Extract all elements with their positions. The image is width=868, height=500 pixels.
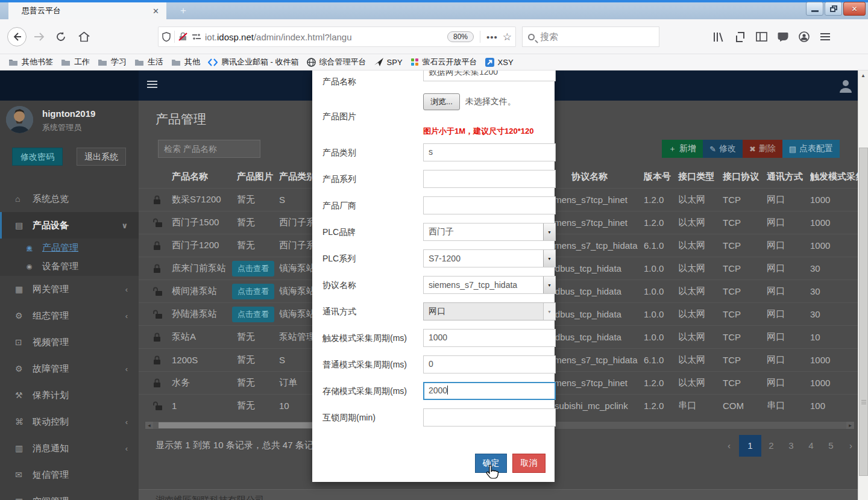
lock-cell[interactable] xyxy=(139,355,172,365)
col-header-name[interactable]: 产品名称 xyxy=(172,171,237,183)
protocol-select[interactable]: siemens_s7_tcp_hidata xyxy=(423,276,556,294)
bookmark-folder-work[interactable]: 工作 xyxy=(61,57,90,67)
product-name-input[interactable]: 数据网关采集1200 xyxy=(423,70,556,81)
col-header-comm[interactable]: 通讯方式 xyxy=(767,171,810,183)
sidebar-item-video[interactable]: ⊡视频管理 xyxy=(0,329,139,355)
dropdown-arrow-icon[interactable] xyxy=(543,250,555,267)
pocket-chat-icon[interactable] xyxy=(778,32,788,42)
sidebar-item-gateway[interactable]: ▦网关管理‹ xyxy=(0,276,139,302)
tracking-shield-icon[interactable] xyxy=(162,32,171,42)
home-button[interactable] xyxy=(78,31,90,42)
screenshot-crop-icon[interactable] xyxy=(735,32,746,42)
lock-cell[interactable] xyxy=(139,310,172,319)
bookmark-tencent-mail[interactable]: 腾讯企业邮箱 - 收件箱 xyxy=(208,57,299,67)
sidebar-item-overview[interactable]: ⌂系统总览 xyxy=(0,186,139,212)
lock-cell[interactable] xyxy=(139,401,172,411)
bookmark-mgmt-platform[interactable]: 综合管理平台 xyxy=(307,57,366,67)
scroll-left-arrow[interactable]: ◂ xyxy=(145,422,153,429)
add-button[interactable]: ＋新增 xyxy=(662,140,703,158)
bookmark-spy[interactable]: SPY xyxy=(374,58,403,67)
lock-cell[interactable] xyxy=(139,218,172,228)
tab-close-icon[interactable]: ✕ xyxy=(153,7,159,16)
lock-cell[interactable] xyxy=(139,195,172,205)
sidebar-item-maintenance[interactable]: ⚒保养计划 xyxy=(0,382,139,408)
sidebar-item-device-mgmt[interactable]: ◉设备管理 xyxy=(0,257,139,276)
browse-button[interactable]: 浏览... xyxy=(423,93,460,110)
scroll-up-arrow[interactable]: ▲ xyxy=(858,70,868,81)
pagination-page-3[interactable]: 3 xyxy=(781,435,801,457)
sidebar-toggle-icon[interactable] xyxy=(756,32,767,42)
zoom-level-badge[interactable]: 80% xyxy=(447,31,474,42)
delete-button[interactable]: ✖删除 xyxy=(743,140,782,158)
plc-brand-select[interactable]: 西门子 xyxy=(423,223,556,241)
view-image-button[interactable]: 点击查看 xyxy=(232,307,274,322)
pagination-page-2[interactable]: 2 xyxy=(761,435,781,457)
bookmark-star-icon[interactable]: ☆ xyxy=(503,31,512,43)
bookmark-ezviz[interactable]: 萤石云开放平台 xyxy=(410,57,477,67)
sidebar-collapse-icon[interactable] xyxy=(147,81,157,90)
account-icon[interactable] xyxy=(799,31,810,42)
forward-button[interactable] xyxy=(34,33,45,41)
logout-button[interactable]: 退出系统 xyxy=(77,148,126,166)
product-search-input[interactable] xyxy=(158,140,260,158)
menu-hamburger-icon[interactable] xyxy=(820,33,831,41)
change-password-button[interactable]: 修改密码 xyxy=(12,148,63,166)
sidebar-item-linkage[interactable]: ⌘联动控制‹ xyxy=(0,408,139,435)
minimize-button[interactable] xyxy=(806,2,823,16)
new-tab-button[interactable]: + xyxy=(176,4,190,17)
page-actions-icon[interactable]: ••• xyxy=(486,32,498,42)
back-button[interactable] xyxy=(7,27,27,46)
search-bar[interactable]: 搜索 xyxy=(522,27,659,47)
lock-cell[interactable] xyxy=(139,378,172,388)
series-input[interactable] xyxy=(423,170,556,188)
restore-button[interactable] xyxy=(825,2,842,16)
close-button[interactable]: ✕ xyxy=(843,2,866,16)
col-header-iface-type[interactable]: 接口类型 xyxy=(678,171,723,183)
normal-period-input[interactable]: 0 xyxy=(423,355,556,373)
reload-button[interactable] xyxy=(55,31,66,42)
col-header-protocol[interactable]: 协议名称 xyxy=(542,171,644,183)
plc-series-select[interactable]: S7-1200 xyxy=(423,249,556,267)
col-header-trigger[interactable]: 触发模式采集 xyxy=(810,171,858,183)
col-header-version[interactable]: 版本号 xyxy=(644,171,678,183)
library-icon[interactable] xyxy=(713,32,725,42)
pagination-next[interactable]: › xyxy=(841,435,858,457)
scrollbar-thumb[interactable] xyxy=(159,422,338,428)
col-header-image[interactable]: 产品图片 xyxy=(237,171,279,183)
bookmark-xsy[interactable]: XSY xyxy=(485,58,514,67)
cancel-button[interactable]: 取消 xyxy=(512,454,546,473)
pagination-page-1[interactable]: 1 xyxy=(739,435,761,457)
point-table-config-button[interactable]: ▤点表配置 xyxy=(782,140,840,158)
lock-cell[interactable] xyxy=(139,333,172,342)
view-image-button[interactable]: 点击查看 xyxy=(232,261,274,277)
browser-tab[interactable]: 思普云平台 ✕ xyxy=(8,2,166,19)
permissions-icon[interactable] xyxy=(192,33,201,40)
url-bar[interactable]: iot.idosp.net/admin/index.html?langu 80%… xyxy=(158,27,516,47)
trigger-period-input[interactable]: 1000 xyxy=(423,329,556,347)
edit-button[interactable]: ✎修改 xyxy=(703,140,743,158)
sidebar-item-product-mgmt[interactable]: ◉产品管理 xyxy=(0,239,139,257)
sidebar-item-scada[interactable]: ⚙组态管理‹ xyxy=(0,302,139,329)
col-header-iface-protocol[interactable]: 接口协议 xyxy=(723,171,767,183)
storage-period-input[interactable]: 2000 xyxy=(423,382,556,400)
scrollbar-thumb[interactable] xyxy=(859,148,868,476)
dropdown-arrow-icon[interactable] xyxy=(543,277,555,293)
dropdown-arrow-icon[interactable] xyxy=(543,223,555,240)
pagination-prev[interactable]: ‹ xyxy=(719,435,739,457)
lock-cell[interactable] xyxy=(139,241,172,251)
lock-cell[interactable] xyxy=(139,264,172,273)
category-input[interactable]: s xyxy=(423,143,556,161)
interlock-period-input[interactable] xyxy=(423,408,556,427)
bookmark-folder-other[interactable]: 其他书签 xyxy=(8,57,53,67)
lock-cell[interactable] xyxy=(139,287,172,296)
bookmark-folder-life[interactable]: 生活 xyxy=(134,57,163,67)
sidebar-item-sms[interactable]: ✉短信管理 xyxy=(0,461,139,488)
pagination-page-5[interactable]: 5 xyxy=(821,435,841,457)
manufacturer-input[interactable] xyxy=(423,196,556,214)
pagination-page-4[interactable]: 4 xyxy=(801,435,821,457)
sidebar-item-fault[interactable]: ⚙故障管理‹ xyxy=(0,355,139,382)
vertical-scrollbar[interactable]: ▲ xyxy=(858,70,868,500)
bookmark-folder-misc[interactable]: 其他 xyxy=(171,57,200,67)
scroll-right-arrow[interactable]: ▸ xyxy=(846,422,854,429)
sidebar-item-space[interactable]: ▦空间管理‹ xyxy=(0,488,139,500)
